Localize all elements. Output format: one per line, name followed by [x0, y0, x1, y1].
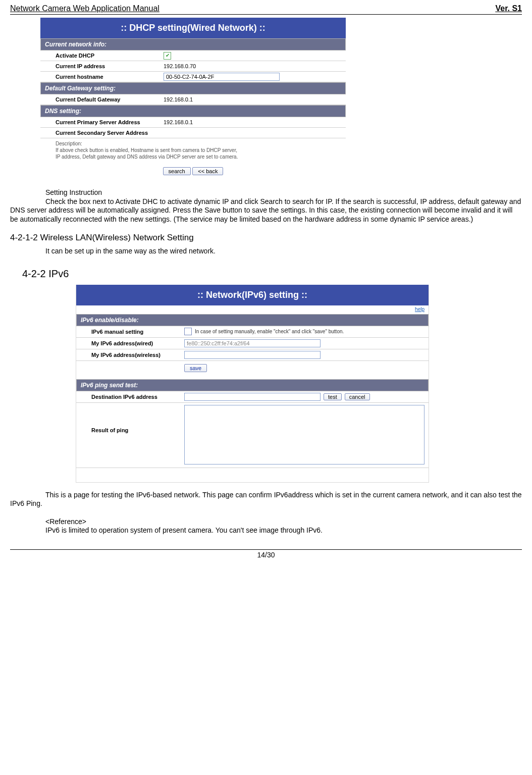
ipv6-panel-title: :: Network(IPv6) setting ::: [76, 285, 429, 305]
row-dest-ipv6: Destination IPv6 address test cancel: [76, 391, 429, 403]
row-activate-dhcp: Activate DHCP: [40, 50, 346, 61]
textarea-ping-result[interactable]: [184, 405, 424, 464]
setting-instruction-heading: Setting Instruction: [45, 188, 522, 197]
desc-line2: IP address, Defalt gateway and DNS addre…: [56, 154, 238, 160]
page-header: Network Camera Web Application Manual Ve…: [10, 4, 522, 15]
desc-label: Description:: [56, 141, 82, 146]
row-current-hostname: Current hostname: [40, 72, 346, 82]
value-primary-dns: 192.168.0.1: [162, 117, 346, 127]
dhcp-button-row: search << back: [40, 162, 346, 182]
row-secondary-dns: Current Secondary Server Address: [40, 128, 346, 138]
reference-label: <Reference>: [45, 518, 522, 527]
dhcp-settings-panel: :: DHCP setting(Wired Network) :: Curren…: [40, 18, 346, 182]
input-dest-ipv6[interactable]: [184, 393, 321, 401]
value-default-gateway: 192.168.0.1: [162, 94, 346, 105]
row-ipv6-save: save: [76, 361, 429, 379]
row-current-ip: Current IP address 192.168.0.70: [40, 61, 346, 72]
heading-4-2-1-2: 4-2-1-2 Wireless LAN(Wireless) Network S…: [10, 233, 522, 243]
desc-line1: If above check button is enabled, Hostna…: [56, 147, 237, 153]
row-ipv6-manual: IPv6 manual setting In case of setting m…: [76, 326, 429, 338]
ipv6-settings-panel: :: Network(IPv6) setting :: help IPv6 en…: [76, 285, 429, 483]
input-ipv6-wireless[interactable]: [184, 351, 321, 359]
hint-ipv6-manual: In case of setting manually, enable "che…: [195, 329, 344, 334]
checkbox-activate-dhcp[interactable]: [164, 52, 171, 60]
search-button[interactable]: search: [163, 167, 191, 175]
label-ipv6-wireless: My IPv6 address(wireless): [76, 349, 182, 360]
dhcp-panel-title: :: DHCP setting(Wired Network) ::: [40, 18, 346, 38]
section-current-network: Current network info:: [40, 38, 346, 50]
row-primary-dns: Current Primary Server Address 192.168.0…: [40, 117, 346, 128]
input-ipv6-wired[interactable]: [184, 339, 321, 347]
section-ipv6-ping: IPv6 ping send test:: [76, 379, 429, 391]
label-current-ip: Current IP address: [40, 61, 162, 71]
section-default-gateway: Default Gateway setting:: [40, 82, 346, 94]
page-footer: 14/30: [10, 549, 522, 559]
help-row: help: [76, 305, 429, 314]
test-button[interactable]: test: [324, 393, 342, 400]
row-ping-result: Result of ping: [76, 403, 429, 468]
row-ipv6-wired: My IPv6 address(wired): [76, 338, 429, 349]
label-primary-dns: Current Primary Server Address: [40, 117, 162, 127]
save-button[interactable]: save: [184, 364, 207, 372]
label-default-gateway: Current Default Gateway: [40, 94, 162, 105]
back-button[interactable]: << back: [192, 167, 223, 175]
section-dns: DNS setting:: [40, 105, 346, 117]
setting-instruction-text: Check the box next to Activate DHC to ac…: [10, 197, 522, 224]
doc-title: Network Camera Web Application Manual: [10, 4, 159, 13]
value-secondary-dns: [162, 128, 346, 138]
reference-text: IPv6 is limited to operation system of p…: [45, 526, 522, 535]
label-secondary-dns: Current Secondary Server Address: [40, 128, 162, 138]
label-ping-result: Result of ping: [76, 403, 182, 468]
label-ipv6-manual: IPv6 manual setting: [76, 326, 182, 337]
label-ipv6-wired: My IPv6 address(wired): [76, 338, 182, 349]
help-link[interactable]: help: [415, 306, 424, 312]
row-default-gateway: Current Default Gateway 192.168.0.1: [40, 94, 346, 105]
ipv6-description: This is a page for testing the IPv6-base…: [10, 491, 522, 508]
heading-4-2-2: 4-2-2 IPv6: [22, 268, 522, 280]
doc-version: Ver. S1: [496, 4, 522, 13]
label-dest-ipv6: Destination IPv6 address: [76, 391, 182, 402]
label-current-hostname: Current hostname: [40, 72, 162, 82]
section-ipv6-enable: IPv6 enable/disable:: [76, 314, 429, 326]
label-activate-dhcp: Activate DHCP: [40, 50, 162, 61]
setting-instruction-block: Setting Instruction Check the box next t…: [10, 188, 522, 224]
checkbox-ipv6-manual[interactable]: [184, 328, 192, 335]
dhcp-description: Description: If above check button is en…: [40, 138, 346, 162]
cancel-button[interactable]: cancel: [345, 393, 370, 400]
row-ipv6-wireless: My IPv6 address(wireless): [76, 349, 429, 361]
wireless-note: It can be set up in the same way as the …: [45, 247, 522, 256]
value-current-ip: 192.168.0.70: [162, 61, 346, 71]
input-current-hostname[interactable]: [164, 73, 280, 81]
